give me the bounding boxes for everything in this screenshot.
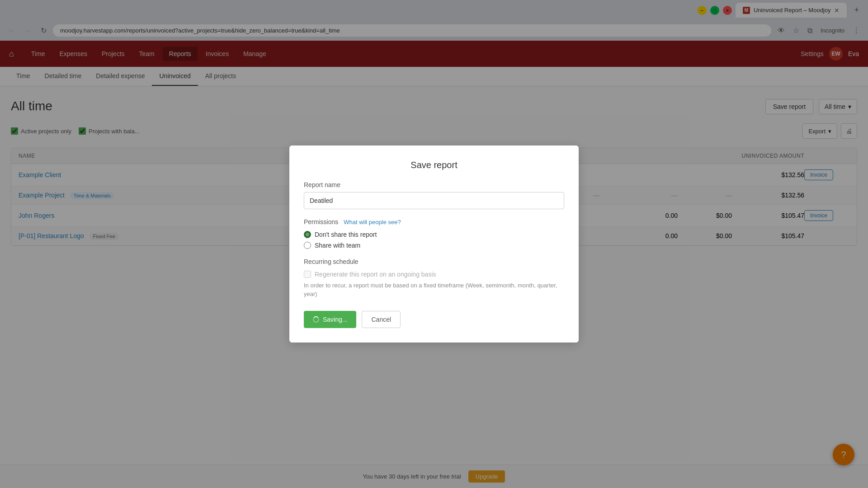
report-name-label: Report name: [304, 181, 564, 188]
cancel-button[interactable]: Cancel: [362, 311, 401, 328]
permissions-header: Permissions What will people see?: [304, 218, 564, 225]
saving-label: Saving...: [323, 316, 347, 323]
modal-title: Save report: [304, 160, 564, 170]
report-name-input[interactable]: [304, 192, 564, 209]
recurring-title: Recurring schedule: [304, 258, 564, 265]
share-with-team-label: Share with team: [315, 242, 360, 249]
share-with-team-radio[interactable]: [304, 242, 311, 249]
recurring-checkbox-text: Regenerate this report on an ongoing bas…: [315, 271, 436, 278]
share-with-team-option[interactable]: Share with team: [304, 242, 564, 249]
dont-share-option[interactable]: Don't share this report: [304, 231, 564, 238]
modal-actions: Saving... Cancel: [304, 311, 564, 328]
app: ⌂ Time Expenses Projects Team Reports In…: [0, 41, 868, 488]
permissions-section: Permissions What will people see? Don't …: [304, 218, 564, 249]
dont-share-radio[interactable]: [304, 231, 311, 238]
recurring-checkbox: [304, 271, 311, 278]
modal-overlay[interactable]: Save report Report name Permissions What…: [0, 0, 868, 488]
save-report-modal: Save report Report name Permissions What…: [289, 145, 579, 342]
recurring-section: Recurring schedule Regenerate this repor…: [304, 258, 564, 298]
what-will-see-link[interactable]: What will people see?: [344, 219, 401, 225]
saving-button[interactable]: Saving...: [304, 311, 356, 328]
report-name-field: Report name: [304, 181, 564, 209]
permissions-label: Permissions: [304, 218, 338, 225]
recurring-checkbox-label: Regenerate this report on an ongoing bas…: [304, 271, 564, 278]
dont-share-label: Don't share this report: [315, 231, 377, 238]
recurring-note: In order to recur, a report must be base…: [304, 282, 564, 298]
saving-spinner: [313, 316, 319, 323]
